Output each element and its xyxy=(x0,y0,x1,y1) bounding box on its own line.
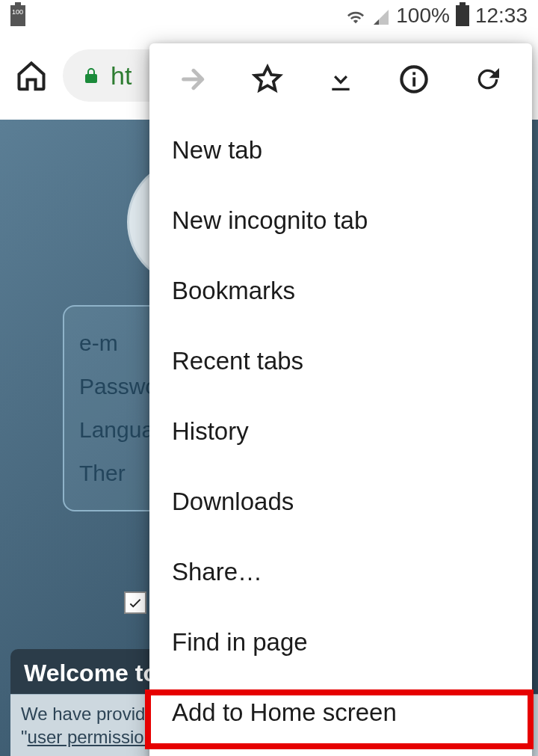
svg-rect-2 xyxy=(413,72,416,75)
clock: 12:33 xyxy=(475,4,528,28)
menu-item-downloads[interactable]: Downloads xyxy=(149,467,532,537)
battery-icon xyxy=(456,5,469,26)
menu-item-history[interactable]: History xyxy=(149,396,532,467)
reload-icon[interactable] xyxy=(471,63,504,96)
info-text: We have provided xyxy=(21,704,165,724)
forward-icon[interactable] xyxy=(177,63,210,96)
battery-percent: 100% xyxy=(396,4,450,28)
menu-item-incognito[interactable]: New incognito tab xyxy=(149,185,532,256)
overflow-menu: New tab New incognito tab Bookmarks Rece… xyxy=(149,43,532,756)
menu-item-find[interactable]: Find in page xyxy=(149,607,532,677)
svg-rect-1 xyxy=(413,77,416,86)
download-icon[interactable] xyxy=(324,63,357,96)
info-link[interactable]: user permission xyxy=(28,727,154,747)
checkbox-icon[interactable] xyxy=(124,591,146,614)
star-icon[interactable] xyxy=(251,63,284,96)
info-icon[interactable] xyxy=(398,63,430,96)
menu-item-share[interactable]: Share… xyxy=(149,537,532,607)
battery-small-icon: 100 xyxy=(10,5,25,26)
menu-item-bookmarks[interactable]: Bookmarks xyxy=(149,256,532,326)
battery-small-label: 100 xyxy=(12,8,23,16)
url-text: ht xyxy=(111,61,132,90)
menu-item-recent-tabs[interactable]: Recent tabs xyxy=(149,326,532,396)
wifi-icon xyxy=(345,7,366,24)
signal-icon xyxy=(372,7,390,24)
lock-icon xyxy=(82,65,100,86)
menu-item-add-home[interactable]: Add to Home screen xyxy=(149,677,532,748)
home-icon[interactable] xyxy=(15,59,48,92)
status-bar: 100 100% 12:33 xyxy=(0,0,538,31)
menu-item-new-tab[interactable]: New tab xyxy=(149,115,532,185)
menu-icon-row xyxy=(149,43,532,115)
